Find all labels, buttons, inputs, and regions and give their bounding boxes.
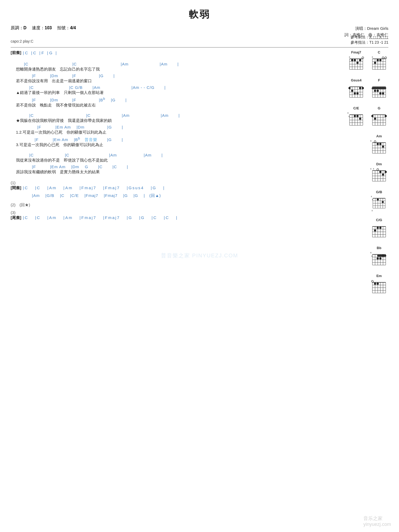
- svg-point-96: [374, 118, 376, 120]
- chord-row-3: C/E x x: [347, 106, 388, 129]
- svg-point-65: [377, 90, 379, 92]
- svg-point-177: [382, 255, 384, 257]
- svg-text:x: x: [372, 209, 373, 212]
- chord-gb: G/B x x: [370, 190, 388, 213]
- interlude-line-2: |Am |G/B |C |C/E |Fmaj7 |Fmaj7 |G |G | (…: [11, 193, 332, 198]
- lyric-line-4: 若不是你說 晚點走 我不會發現如此被左右: [11, 103, 332, 108]
- chord-line-3: |C |C G/B |Am |Am - - C/G |: [11, 85, 332, 90]
- svg-point-15: [359, 59, 361, 61]
- chord-line-2: |F |Dm |F |G |: [11, 73, 332, 79]
- chord-fmaj7: Fmaj7 x: [347, 50, 365, 73]
- marker-1: (1): [11, 180, 332, 185]
- lyric-line-7: 3.可是這一次我的心已死 你的驕傲可以到此為止: [11, 142, 332, 147]
- svg-rect-63: [372, 87, 386, 89]
- svg-point-113: [382, 146, 384, 148]
- svg-point-99: [374, 141, 376, 143]
- chord-bb: Bb x x: [370, 246, 388, 269]
- svg-point-178: [372, 281, 373, 282]
- lyric-line-9: 原諒我沒有繼續的軟弱 是實力懸殊太大的結果: [11, 170, 332, 175]
- fmaj7-diagram: x: [347, 55, 365, 73]
- chord-row-5: Dm x x: [370, 162, 388, 185]
- chord-row-4: Am x: [370, 134, 388, 157]
- lyric-line-6: 1.2.可是這一次我的心已死 你的驕傲可以到此為止: [11, 130, 332, 135]
- chords-sidebar: Fmaj7 x: [332, 50, 388, 299]
- svg-point-116: [377, 169, 379, 171]
- svg-rect-174: [377, 255, 386, 257]
- em-diagram: [370, 278, 388, 297]
- svg-point-66: [379, 92, 381, 94]
- strum-pattern: 參考刷法：X ↑↑↓ X ↑↑↓: [351, 35, 388, 40]
- svg-text:x: x: [370, 139, 372, 142]
- chord-line-1: |C |C |Am |Am |: [11, 62, 332, 67]
- svg-point-145: [377, 199, 379, 200]
- svg-point-46: [351, 90, 353, 92]
- finger-pattern: 參考指法：T1 23 -1 21: [351, 40, 388, 45]
- svg-point-190: [374, 283, 376, 285]
- page-title: 軟弱: [11, 8, 388, 21]
- marker-2: (2) (回★): [11, 203, 332, 208]
- svg-point-64: [374, 90, 376, 92]
- svg-text:x: x: [349, 56, 350, 58]
- meta-left: 原調：D 速度：103 拍號：4/4: [11, 25, 76, 31]
- page: 軟弱 原調：D 速度：103 拍號：4/4 演唱：Dream Girls 詞：袁…: [0, 0, 399, 532]
- svg-point-129: [382, 174, 384, 176]
- svg-point-111: [377, 143, 379, 145]
- outro-section: [尾奏] |C |C |Am |Am |Fmaj7 |Fmaj7 |G |G |…: [11, 215, 332, 220]
- c-diagram: x: [370, 55, 388, 73]
- svg-point-83: [359, 118, 361, 120]
- am-diagram: x: [370, 139, 388, 157]
- svg-point-81: [354, 115, 356, 117]
- chord-cg: C/G: [370, 218, 388, 241]
- svg-point-176: [379, 257, 381, 259]
- svg-point-31: [379, 59, 381, 61]
- svg-point-48: [356, 92, 359, 94]
- chord-line-5: |C |C |Am |Am |: [11, 113, 332, 118]
- dm-diagram: x x: [370, 167, 388, 185]
- interlude-section: [間奏] |C |C |Am |Am |Fmaj7 |Fmaj7 |Gsus4 …: [11, 185, 332, 191]
- chord-line-8: |C |C |Am |Am |: [11, 153, 332, 158]
- svg-point-159: [377, 227, 379, 229]
- svg-point-128: [379, 171, 381, 173]
- svg-point-33: [377, 59, 379, 61]
- marker-3: (3): [11, 210, 332, 215]
- svg-text:x: x: [372, 56, 373, 58]
- key-info: 原調：D 速度：103 拍號：4/4: [11, 26, 76, 30]
- f-diagram: x: [370, 83, 388, 101]
- svg-point-12: [351, 59, 353, 61]
- chord-line-7: |F |Em Am |Bb 普音樂 |G |: [11, 137, 332, 142]
- bb-diagram: x x: [370, 250, 388, 269]
- chord-am: Am x: [370, 134, 388, 157]
- chord-row-6: G/B x x: [370, 190, 388, 213]
- svg-point-29: [385, 57, 387, 59]
- svg-point-97: [385, 115, 387, 117]
- svg-point-158: [374, 229, 376, 232]
- svg-point-32: [374, 62, 376, 64]
- main-area: [前奏] |C |C |F |G | |C |C |Am |Am | 想離開身邊…: [11, 50, 388, 299]
- top-divider: [11, 47, 388, 48]
- svg-point-67: [382, 92, 384, 94]
- cg-diagram: [370, 222, 388, 241]
- svg-text:x: x: [347, 112, 349, 114]
- svg-point-130: [385, 171, 387, 173]
- lyric-line-5: ★我躲在你說我軟弱的背後 我還是讓你帶走我家的鎖: [11, 118, 332, 123]
- chord-row-1: Fmaj7 x: [347, 50, 388, 73]
- chord-line-6: |F |Em Am |Dm |G |: [11, 125, 332, 130]
- svg-point-14: [356, 62, 359, 64]
- svg-text:x: x: [373, 167, 374, 170]
- chord-line-9: |F |Em Am |Dm G |C |C |: [11, 164, 332, 170]
- chord-em: Em: [370, 274, 388, 297]
- lyric-line-8: 我從來沒有說過你的不是 即使說了我心也不是如此: [11, 158, 332, 163]
- chord-row-9: Em: [370, 274, 388, 297]
- chord-row-2: Gsus4: [347, 78, 388, 101]
- lyric-line-2: 若不是你說沒有用 出走是一扇逃避的窗口: [11, 79, 332, 84]
- chord-g: G: [370, 106, 388, 129]
- content-area: [前奏] |C |C |F |G | |C |C |Am |Am | 想離開身邊…: [11, 50, 332, 299]
- g-diagram: [370, 111, 388, 129]
- lyric-line-3: ▲錯過了最後一班的列車 只剩我一個人在那站著: [11, 90, 332, 95]
- chord-row-7: C/G: [370, 218, 388, 241]
- svg-point-47: [354, 92, 356, 94]
- svg-point-175: [377, 257, 379, 259]
- logo-bottom-right: 音乐之家yinyuezj.com: [363, 515, 391, 527]
- chord-line-4: |F |Dm |F |Bb |G |: [11, 97, 332, 103]
- svg-point-82: [356, 115, 359, 117]
